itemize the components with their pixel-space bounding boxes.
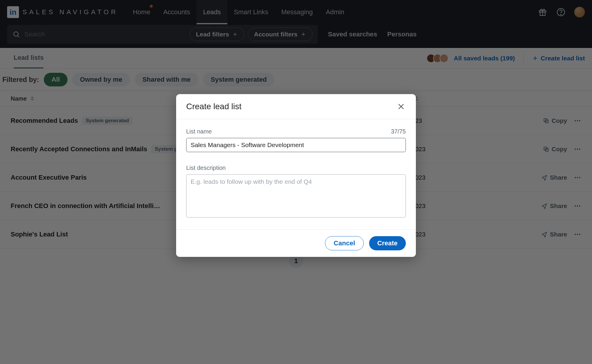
modal-title: Create lead list	[186, 102, 242, 111]
char-count: 37/75	[391, 128, 406, 135]
list-name-input[interactable]	[186, 138, 406, 152]
list-description-label: List description	[186, 165, 226, 171]
create-button[interactable]: Create	[369, 236, 406, 250]
modal-close-button[interactable]	[396, 102, 406, 111]
modal-footer: Cancel Create	[176, 229, 416, 257]
modal-header: Create lead list	[176, 94, 416, 119]
close-icon	[397, 102, 405, 111]
modal-body: List name 37/75 List description	[176, 119, 416, 229]
list-description-input[interactable]	[186, 174, 406, 218]
create-lead-list-modal: Create lead list List name 37/75 List de…	[176, 94, 416, 257]
list-name-label: List name	[186, 128, 212, 135]
cancel-button[interactable]: Cancel	[325, 236, 363, 250]
